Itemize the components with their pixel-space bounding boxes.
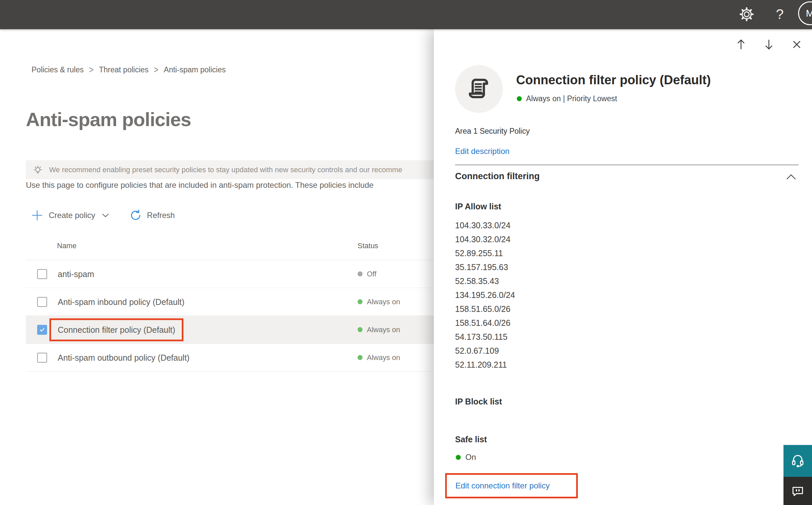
previous-item-button[interactable] <box>735 38 747 50</box>
safe-list-heading: Safe list <box>455 435 487 444</box>
table-row[interactable]: Connection filter policy (Default) Alway… <box>26 316 478 344</box>
ip-address: 52.11.209.211 <box>455 358 515 372</box>
app-window: ? M Policies & rules > Threat policies >… <box>0 0 812 505</box>
breadcrumb-separator-icon: > <box>89 64 93 76</box>
chevron-down-icon <box>102 213 109 218</box>
ip-address: 52.89.255.11 <box>455 246 515 260</box>
ip-block-list-heading: IP Block list <box>455 397 502 406</box>
policy-description: Area 1 Security Policy <box>455 127 530 136</box>
policy-details-flyout: Connection filter policy (Default) Alway… <box>434 29 812 505</box>
policies-table: Name Status anti-spam Off <box>26 231 478 372</box>
page-description: Use this page to configure policies that… <box>26 180 467 190</box>
row-checkbox[interactable] <box>37 325 47 335</box>
status-label: Always on <box>367 353 400 362</box>
status-dot-icon <box>358 355 363 360</box>
column-header-name[interactable]: Name <box>57 241 76 250</box>
policy-badge <box>455 65 503 113</box>
table-row[interactable]: Anti-spam outbound policy (Default) Alwa… <box>26 344 478 372</box>
table-row[interactable]: anti-spam Off <box>26 260 478 288</box>
help-button[interactable]: ? <box>772 5 788 23</box>
banner-text: We recommend enabling preset security po… <box>49 166 402 174</box>
ip-address: 54.173.50.115 <box>455 330 515 344</box>
ip-address: 35.157.195.63 <box>455 260 515 274</box>
arrow-up-icon <box>736 38 746 50</box>
policy-name-link[interactable]: anti-spam <box>49 263 103 285</box>
flyout-controls <box>735 38 803 50</box>
status-label: Always on <box>367 298 400 306</box>
table-row[interactable]: Anti-spam inbound policy (Default) Alway… <box>26 288 478 316</box>
status-label: Off <box>367 270 377 278</box>
status-dot-icon <box>517 96 522 101</box>
breadcrumb-separator-icon: > <box>154 64 159 76</box>
flyout-title: Connection filter policy (Default) <box>516 73 798 87</box>
page-title: Anti-spam policies <box>26 108 191 130</box>
status-dot-icon <box>358 272 363 277</box>
status-label: Always on <box>367 326 400 334</box>
lightbulb-icon <box>32 165 43 175</box>
ip-address: 104.30.33.0/24 <box>455 218 515 232</box>
safe-list-status: On <box>456 453 476 462</box>
feedback-button[interactable] <box>784 477 812 505</box>
policy-name-link[interactable]: Connection filter policy (Default) <box>49 318 183 341</box>
scroll-policy-icon <box>465 75 493 103</box>
next-item-button[interactable] <box>763 38 775 50</box>
top-app-bar: ? M <box>0 0 812 29</box>
flyout-status-label: Always on | Priority Lowest <box>526 94 617 103</box>
ip-address: 158.51.64.0/26 <box>455 316 515 330</box>
headset-icon <box>790 453 806 469</box>
account-avatar[interactable]: M <box>798 1 812 25</box>
policy-name-link[interactable]: Anti-spam outbound policy (Default) <box>49 346 198 369</box>
recommendation-banner: We recommend enabling preset security po… <box>26 160 468 179</box>
status-dot-icon <box>358 299 363 304</box>
divider <box>455 165 799 165</box>
ip-address: 104.30.32.0/24 <box>455 232 515 246</box>
edit-policy-highlight-box: Edit connection filter policy <box>445 473 578 498</box>
refresh-button[interactable]: Refresh <box>130 209 175 221</box>
ip-address: 158.51.65.0/26 <box>455 302 515 316</box>
ip-address: 52.0.67.109 <box>455 344 515 358</box>
flyout-status: Always on | Priority Lowest <box>517 94 617 103</box>
safe-list-value: On <box>465 453 476 462</box>
plus-icon <box>31 210 43 221</box>
ip-allow-list: 104.30.33.0/24 104.30.32.0/24 52.89.255.… <box>455 218 515 372</box>
breadcrumb-threat-policies[interactable]: Threat policies <box>99 65 149 74</box>
row-checkbox[interactable] <box>37 269 47 279</box>
chat-icon <box>790 484 805 498</box>
ip-address: 52.58.35.43 <box>455 274 515 288</box>
edit-description-link[interactable]: Edit description <box>455 147 510 156</box>
check-icon <box>39 327 45 333</box>
arrow-down-icon <box>764 38 774 50</box>
status-cell: Always on <box>358 316 400 343</box>
section-connection-filtering: Connection filtering <box>455 171 540 181</box>
policy-name-link[interactable]: Anti-spam inbound policy (Default) <box>49 290 193 313</box>
status-dot-icon <box>456 455 461 460</box>
floating-buttons <box>784 445 812 505</box>
breadcrumb-anti-spam-policies: Anti-spam policies <box>164 65 226 74</box>
chevron-up-icon <box>786 174 796 180</box>
column-header-status[interactable]: Status <box>358 241 378 250</box>
status-cell: Off <box>358 260 377 288</box>
breadcrumb-policies-rules[interactable]: Policies & rules <box>31 65 83 74</box>
status-dot-icon <box>358 327 363 332</box>
support-button[interactable] <box>784 445 812 477</box>
close-flyout-button[interactable] <box>791 38 803 50</box>
status-cell: Always on <box>358 344 400 371</box>
status-cell: Always on <box>358 288 400 316</box>
table-header: Name Status <box>26 231 478 260</box>
question-mark-icon: ? <box>776 6 784 22</box>
ip-allow-list-heading: IP Allow list <box>455 202 501 211</box>
toolbar: Create policy Refresh <box>31 206 175 224</box>
refresh-icon <box>130 209 142 221</box>
gear-icon <box>739 7 754 22</box>
row-checkbox[interactable] <box>37 353 47 363</box>
breadcrumb: Policies & rules > Threat policies > Ant… <box>31 65 226 74</box>
row-checkbox[interactable] <box>37 297 47 307</box>
table-body: anti-spam Off Anti-spam inbound policy (… <box>26 260 478 372</box>
edit-connection-filter-policy-link[interactable]: Edit connection filter policy <box>455 481 550 490</box>
create-policy-button[interactable]: Create policy <box>31 210 109 221</box>
close-icon <box>792 39 802 49</box>
settings-button[interactable] <box>738 6 755 23</box>
avatar-initial: M <box>806 8 812 19</box>
ip-address: 134.195.26.0/24 <box>455 288 515 302</box>
collapse-section-button[interactable] <box>786 174 796 180</box>
